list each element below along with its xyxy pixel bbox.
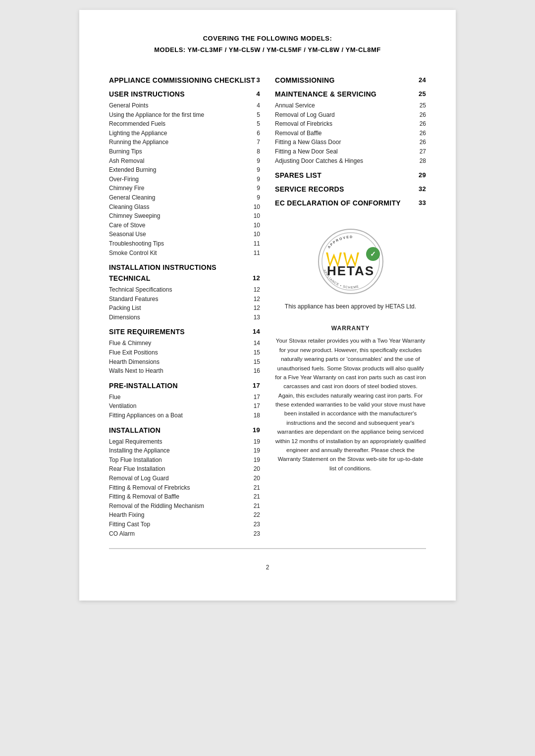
section-installation-instructions: INSTALLATION INSTRUCTIONS: [109, 263, 260, 271]
section-ec-declaration: EC DECLARATION OF CONFORMITY 33: [275, 199, 426, 207]
site-req-entries: Flue & Chimney14Flue Exit Positions15Hea…: [109, 339, 260, 375]
toc-left: APPLIANCE COMMISSIONING CHECKLIST 3 USER…: [109, 67, 260, 538]
list-item: Burning Tips8: [109, 147, 260, 156]
list-item: General Points4: [109, 101, 260, 110]
list-item: Installing the Appliance19: [109, 446, 260, 455]
section-technical: TECHNICAL 12: [109, 274, 260, 282]
list-item: Fitting Cast Top23: [109, 520, 260, 529]
list-item: Fitting a New Glass Door26: [275, 138, 426, 147]
list-item: Ash Removal9: [109, 156, 260, 166]
toc-right: COMMISSIONING 24 MAINTENANCE & SERVICING…: [275, 67, 426, 538]
list-item: Recommended Fuels5: [109, 119, 260, 129]
warranty-text: Your Stovax retailer provides you with a…: [275, 336, 426, 473]
page: COVERING THE FOLLOWING MODELS: MODELS: Y…: [79, 10, 456, 601]
list-item: CO Alarm23: [109, 529, 260, 539]
list-item: Chimney Sweeping10: [109, 211, 260, 221]
section-user-instructions: USER INSTRUCTIONS 4: [109, 90, 260, 98]
page-number: 2: [109, 564, 426, 571]
svg-point-1: [322, 233, 379, 290]
list-item: Extended Burning9: [109, 165, 260, 175]
hetas-area: APPROVED APPLIANCE • SCHEME ✓: [275, 227, 426, 310]
covering-title: COVERING THE FOLLOWING MODELS:: [109, 35, 426, 42]
list-item: Removal of Firebricks26: [275, 119, 426, 129]
list-item: Cleaning Glass10: [109, 202, 260, 212]
svg-text:✓: ✓: [370, 250, 376, 258]
list-item: Troubleshooting Tips11: [109, 239, 260, 249]
list-item: General Cleaning9: [109, 193, 260, 202]
list-item: Fitting a New Door Seal27: [275, 147, 426, 156]
hetas-logo: APPROVED APPLIANCE • SCHEME ✓: [311, 227, 390, 296]
section-site-req: SITE REQUIREMENTS 14: [109, 328, 260, 336]
list-item: Hearth Fixing22: [109, 510, 260, 520]
list-item: Care of Stove10: [109, 221, 260, 230]
list-item: Chimney Fire9: [109, 184, 260, 193]
list-item: Removal of the Riddling Mechanism21: [109, 502, 260, 511]
list-item: Fitting & Removal of Baffle21: [109, 492, 260, 502]
list-item: Annual Service25: [275, 101, 426, 110]
list-item: Packing List12: [109, 303, 260, 313]
list-item: Technical Specifications12: [109, 285, 260, 295]
section-service-records: SERVICE RECORDS 32: [275, 185, 426, 193]
warranty-title: WARRANTY: [275, 324, 426, 333]
list-item: Removal of Baffle26: [275, 129, 426, 138]
warranty-section: WARRANTY Your Stovax retailer provides y…: [275, 324, 426, 473]
section-commissioning-checklist: APPLIANCE COMMISSIONING CHECKLIST 3: [109, 76, 260, 84]
section-commissioning: COMMISSIONING 24: [275, 76, 426, 84]
list-item: Fitting Appliances on a Boat18: [109, 411, 260, 420]
list-item: Removal of Log Guard26: [275, 110, 426, 120]
list-item: Flue & Chimney14: [109, 339, 260, 348]
list-item: Rear Flue Installation20: [109, 464, 260, 474]
list-item: Using the Appliance for the first time5: [109, 110, 260, 120]
list-item: Walls Next to Hearth16: [109, 366, 260, 376]
pre-install-entries: Flue17Ventilation17Fitting Appliances on…: [109, 393, 260, 420]
list-item: Smoke Control Kit11: [109, 249, 260, 258]
svg-text:HETAS: HETAS: [326, 263, 374, 278]
list-item: Adjusting Door Catches & Hinges28: [275, 156, 426, 166]
list-item: Running the Appliance7: [109, 138, 260, 147]
section-maintenance: MAINTENANCE & SERVICING 25: [275, 90, 426, 98]
list-item: Top Flue Installation19: [109, 455, 260, 465]
list-item: Flue17: [109, 393, 260, 402]
list-item: Fitting & Removal of Firebricks21: [109, 483, 260, 493]
list-item: Seasonal Use10: [109, 230, 260, 239]
technical-entries: Technical Specifications12Standard Featu…: [109, 285, 260, 322]
list-item: Standard Features12: [109, 295, 260, 304]
list-item: Lighting the Appliance6: [109, 129, 260, 138]
user-instructions-entries: General Points4Using the Appliance for t…: [109, 101, 260, 257]
list-item: Over-Firing9: [109, 175, 260, 184]
hetas-approved-text: This appliance has been approved by HETA…: [285, 303, 416, 310]
models-title: MODELS: YM-CL3MF / YM-CL5W / YM-CL5MF / …: [109, 46, 426, 53]
section-pre-install: PRE-INSTALLATION 17: [109, 382, 260, 390]
bottom-rule: [109, 548, 426, 549]
list-item: Dimensions13: [109, 313, 260, 322]
maintenance-entries: Annual Service25Removal of Log Guard26Re…: [275, 101, 426, 165]
list-item: Flue Exit Positions15: [109, 348, 260, 357]
list-item: Ventilation17: [109, 402, 260, 411]
list-item: Removal of Log Guard20: [109, 474, 260, 483]
list-item: Hearth Dimensions15: [109, 357, 260, 367]
list-item: Legal Requirements19: [109, 437, 260, 447]
section-spares: SPARES LIST 29: [275, 171, 426, 179]
section-install: INSTALLATION 19: [109, 426, 260, 434]
install-entries: Legal Requirements19Installing the Appli…: [109, 437, 260, 539]
